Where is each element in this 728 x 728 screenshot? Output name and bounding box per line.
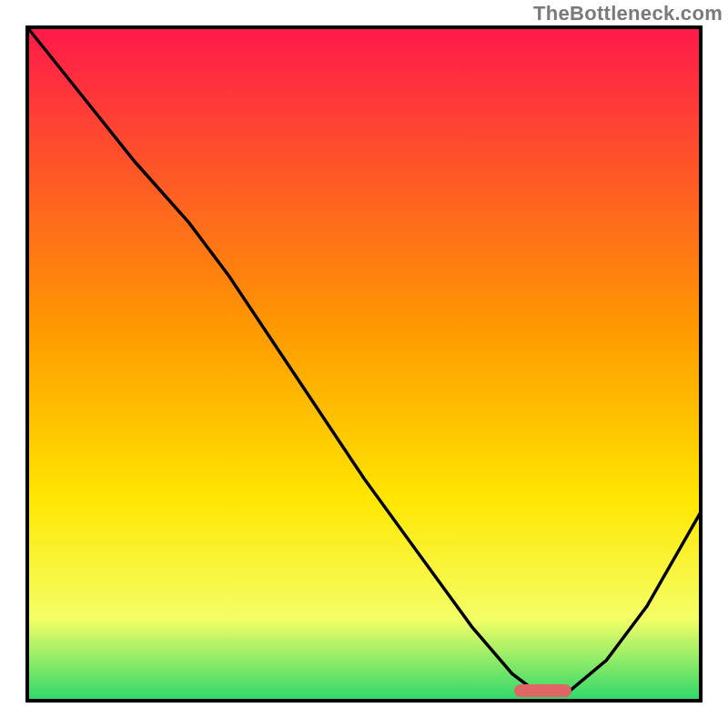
chart-container: TheBottleneck.com <box>0 0 728 728</box>
optimal-range-marker <box>514 684 571 697</box>
plot-background <box>29 29 699 699</box>
watermark-label: TheBottleneck.com <box>533 2 723 25</box>
plot-svg <box>0 0 728 728</box>
